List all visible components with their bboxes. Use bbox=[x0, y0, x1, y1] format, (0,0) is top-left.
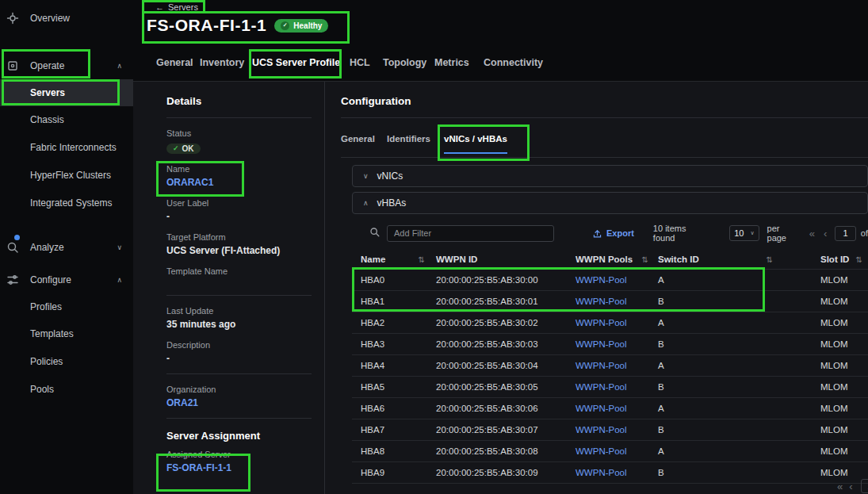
breadcrumb-back[interactable]: ← Servers bbox=[155, 2, 198, 12]
cell-slot: MLOM bbox=[820, 468, 868, 477]
tab-general[interactable]: General bbox=[156, 57, 193, 76]
sidebar-item-overview[interactable]: Overview bbox=[0, 5, 133, 32]
sort-icon[interactable]: ⇅ bbox=[642, 255, 648, 264]
cell-slot: MLOM bbox=[820, 382, 868, 392]
cell-pool[interactable]: WWPN-Pool bbox=[575, 275, 658, 285]
cell-wwpn: 20:00:00:25:B5:AB:30:01 bbox=[436, 297, 575, 306]
status-badge: ✓ OK bbox=[166, 144, 201, 154]
tab-inventory[interactable]: Inventory bbox=[200, 57, 244, 76]
column-header-label: Slot ID bbox=[820, 255, 849, 264]
page-number-box[interactable]: 1 bbox=[861, 479, 868, 493]
column-header-wwpn-pools: WWPN Pools ⇅ bbox=[575, 255, 658, 264]
cell-pool[interactable]: WWPN-Pool bbox=[575, 297, 658, 306]
field-label: Last Update bbox=[166, 306, 312, 316]
per-page-label: per page bbox=[767, 224, 801, 243]
sort-icon[interactable]: ⇅ bbox=[855, 255, 862, 264]
sort-icon[interactable]: ⇅ bbox=[767, 255, 773, 264]
last-update-field: Last Update 35 minutes ago bbox=[166, 306, 312, 330]
sidebar-item-hyperflex-clusters[interactable]: HyperFlex Clusters bbox=[0, 162, 133, 189]
cell-pool[interactable]: WWPN-Pool bbox=[575, 425, 658, 435]
vhbas-section-toggle[interactable]: ∧ vHBAs bbox=[352, 192, 868, 214]
cell-slot: MLOM bbox=[820, 318, 868, 327]
sidebar-item-analyze[interactable]: Analyze ∨ bbox=[0, 234, 133, 261]
export-button[interactable]: Export bbox=[592, 228, 634, 239]
config-tab-general[interactable]: General bbox=[341, 134, 375, 152]
sidebar-item-label: Fabric Interconnects bbox=[30, 142, 117, 153]
sidebar-item-integrated-systems[interactable]: Integrated Systems bbox=[0, 190, 133, 216]
sort-icon[interactable]: ⇅ bbox=[419, 255, 425, 264]
sidebar-item-templates[interactable]: Templates bbox=[0, 320, 133, 347]
per-page-select[interactable]: 10 ∨ bbox=[729, 225, 759, 241]
user-label-field: User Label - bbox=[166, 198, 312, 222]
cell-switch: B bbox=[658, 382, 820, 392]
previous-page-button[interactable]: ‹ bbox=[849, 481, 852, 492]
column-header-name: Name ⇅ bbox=[352, 255, 436, 264]
sidebar-item-servers[interactable]: Servers bbox=[0, 79, 133, 106]
sidebar-item-profiles[interactable]: Profiles bbox=[0, 293, 133, 320]
tab-metrics[interactable]: Metrics bbox=[434, 57, 469, 76]
tab-topology[interactable]: Topology bbox=[383, 57, 426, 76]
cell-pool[interactable]: WWPN-Pool bbox=[575, 361, 658, 370]
first-page-button[interactable]: « bbox=[809, 228, 815, 239]
assigned-server-field: Assigned Server FS-ORA-FI-1-1 bbox=[166, 450, 312, 473]
sidebar-item-label: Profiles bbox=[30, 301, 62, 312]
sidebar-item-operate[interactable]: Operate ∧ bbox=[0, 52, 133, 79]
first-page-button[interactable]: « bbox=[837, 481, 843, 492]
config-tab-identifiers[interactable]: Identifiers bbox=[387, 134, 430, 152]
tab-ucs-server-profile[interactable]: UCS Server Profile bbox=[252, 57, 340, 79]
add-filter-input[interactable] bbox=[387, 225, 554, 242]
header-tabs: General Inventory UCS Server Profile HCL… bbox=[133, 54, 868, 82]
sidebar-item-label: Servers bbox=[30, 87, 65, 98]
cell-pool[interactable]: WWPN-Pool bbox=[575, 404, 658, 413]
cell-pool[interactable]: WWPN-Pool bbox=[575, 318, 658, 327]
cell-pool[interactable]: WWPN-Pool bbox=[575, 382, 658, 392]
sidebar-item-chassis[interactable]: Chassis bbox=[0, 106, 133, 133]
configuration-tabs: General Identifiers vNICs / vHBAs bbox=[341, 123, 868, 158]
table-row[interactable]: HBA320:00:00:25:B5:AB:30:03WWPN-PoolBMLO… bbox=[352, 333, 868, 354]
column-header-label: WWPN ID bbox=[436, 255, 477, 264]
organization-value-link[interactable]: ORA21 bbox=[166, 397, 312, 408]
status-badge-label: OK bbox=[182, 144, 194, 153]
export-icon bbox=[592, 228, 602, 239]
page-of-label: of bbox=[861, 228, 868, 238]
configuration-heading: Configuration bbox=[341, 82, 868, 118]
table-row[interactable]: HBA120:00:00:25:B5:AB:30:01WWPN-PoolBMLO… bbox=[352, 290, 868, 312]
tab-connectivity[interactable]: Connectivity bbox=[484, 57, 543, 76]
field-label: Target Platform bbox=[166, 232, 312, 242]
table-row[interactable]: HBA520:00:00:25:B5:AB:30:05WWPN-PoolBMLO… bbox=[352, 376, 868, 397]
sidebar-item-pools[interactable]: Pools bbox=[0, 376, 133, 403]
sidebar-item-label: Templates bbox=[30, 328, 74, 339]
cell-switch: A bbox=[658, 275, 820, 285]
table-row[interactable]: HBA620:00:00:25:B5:AB:30:06WWPN-PoolAMLO… bbox=[352, 397, 868, 419]
table-row[interactable]: HBA020:00:00:25:B5:AB:30:00WWPN-PoolAMLO… bbox=[352, 269, 868, 290]
field-label: User Label bbox=[166, 198, 312, 208]
cell-name: HBA2 bbox=[352, 318, 436, 327]
tab-hcl[interactable]: HCL bbox=[350, 57, 370, 76]
vnics-section-toggle[interactable]: ∨ vNICs bbox=[352, 165, 868, 187]
cell-name: HBA4 bbox=[352, 361, 436, 370]
table-row[interactable]: HBA220:00:00:25:B5:AB:30:02WWPN-PoolAMLO… bbox=[352, 312, 868, 333]
cell-pool[interactable]: WWPN-Pool bbox=[575, 446, 658, 456]
assigned-server-value-link[interactable]: FS-ORA-FI-1-1 bbox=[166, 462, 312, 473]
sidebar-item-configure[interactable]: Configure ∧ bbox=[0, 266, 133, 293]
name-value-link[interactable]: ORARAC1 bbox=[166, 177, 312, 188]
vhba-table: Name ⇅ WWPN ID WWPN Pools ⇅ Switch ID ⇅ bbox=[352, 250, 868, 484]
sidebar-item-fabric-interconnects[interactable]: Fabric Interconnects bbox=[0, 134, 133, 161]
description-value: - bbox=[166, 353, 312, 364]
cell-slot: MLOM bbox=[820, 297, 868, 306]
table-row[interactable]: HBA720:00:00:25:B5:AB:30:07WWPN-PoolBMLO… bbox=[352, 419, 868, 440]
sidebar-item-label: HyperFlex Clusters bbox=[30, 170, 111, 181]
vhba-table-body: HBA020:00:00:25:B5:AB:30:00WWPN-PoolAMLO… bbox=[352, 269, 868, 484]
table-row[interactable]: HBA920:00:00:25:B5:AB:30:09WWPN-PoolBMLO… bbox=[352, 461, 868, 483]
cell-pool[interactable]: WWPN-Pool bbox=[575, 468, 658, 477]
vnics-section-label: vNICs bbox=[377, 170, 403, 182]
table-row[interactable]: HBA420:00:00:25:B5:AB:30:04WWPN-PoolAMLO… bbox=[352, 354, 868, 376]
user-label-value: - bbox=[166, 211, 312, 222]
operate-icon bbox=[6, 59, 19, 72]
previous-page-button[interactable]: ‹ bbox=[824, 228, 827, 239]
page-number-box[interactable]: 1 bbox=[835, 226, 855, 241]
sidebar-item-policies[interactable]: Policies bbox=[0, 348, 133, 375]
table-row[interactable]: HBA820:00:00:25:B5:AB:30:08WWPN-PoolAMLO… bbox=[352, 440, 868, 461]
cell-pool[interactable]: WWPN-Pool bbox=[575, 339, 658, 349]
config-tab-vnics-vhbas[interactable]: vNICs / vHBAs bbox=[444, 134, 507, 154]
